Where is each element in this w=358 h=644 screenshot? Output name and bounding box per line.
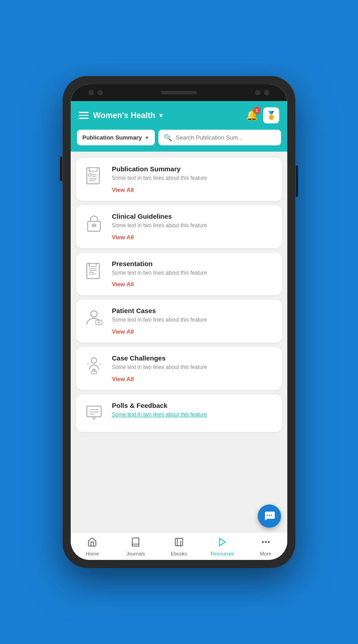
nav-item-home[interactable]: Home [71,533,114,560]
svg-marker-39 [219,538,225,546]
notification-bell-button[interactable]: 🔔 1 [246,110,258,121]
search-icon: 🔍 [164,134,172,142]
case-challenges-icon [82,354,106,377]
filter-dropdown-button[interactable]: Publication Summary ▼ [77,130,155,145]
clinical-guidelines-view-all[interactable]: View All [112,234,134,241]
nav-item-resources[interactable]: Resources [200,533,244,560]
phone-top-bar [71,84,287,101]
patient-cases-view-all[interactable]: View All [112,328,134,335]
avatar-icon: 🏅 [266,110,276,120]
feature-card-presentation: Presentation Some text in two lines abou… [76,253,282,296]
more-label: More [260,551,271,556]
polls-feedback-icon [82,402,106,425]
patient-cases-icon [82,307,106,330]
svg-point-42 [268,542,269,543]
presentation-title: Presentation [112,260,276,267]
polls-feedback-title: Polls & Feedback [112,402,276,409]
content-scroll: Publication Summary Some text in two lin… [71,152,287,532]
ebooks-label: Ebooks [171,551,188,556]
filter-dropdown-arrow: ▼ [145,135,149,140]
publication-summary-desc: Some text in two lines about this featur… [112,174,276,182]
nav-item-more[interactable]: More [244,533,287,560]
nav-item-journals[interactable]: Journals [114,533,158,560]
avatar-button[interactable]: 🏅 [263,107,279,123]
svg-rect-36 [175,538,183,546]
home-label: Home [86,551,99,556]
svg-point-19 [91,311,97,317]
svg-point-33 [267,515,268,516]
presentation-view-all[interactable]: View All [112,281,134,288]
svg-point-41 [265,542,266,543]
svg-point-7 [89,170,90,171]
filter-dropdown-label: Publication Summary [82,134,142,141]
nav-item-ebooks[interactable]: Ebooks [158,533,201,560]
patient-cases-desc: Some text in two lines about this featur… [112,316,276,324]
journals-label: Journals [126,551,145,556]
publication-summary-title: Publication Summary [112,165,276,173]
journals-icon [131,537,141,549]
feature-card-case-challenges: Case Challenges Some text in two lines a… [76,347,282,390]
notification-badge: 1 [253,107,260,114]
header-title: Women's Health [93,111,155,120]
bottom-nav: Home Journals [71,532,287,560]
feature-card-polls-feedback: Polls & Feedback Some text in two lines … [76,394,282,432]
patient-cases-title: Patient Cases [112,307,276,314]
home-icon [87,537,97,549]
svg-rect-29 [87,406,101,417]
search-bar-area: Publication Summary ▼ 🔍 [71,130,287,152]
search-input[interactable] [176,134,276,141]
svg-point-40 [262,542,264,543]
svg-point-14 [89,264,90,265]
clinical-guidelines-desc: Some text in two lines about this featur… [112,222,276,229]
svg-rect-1 [89,168,97,171]
feature-card-publication-summary: Publication Summary Some text in two lin… [76,158,282,201]
presentation-desc: Some text in two lines about this featur… [112,269,276,277]
svg-rect-26 [91,371,97,374]
resources-label: Resources [211,551,234,556]
feature-card-patient-cases: Patient Cases Some text in two lines abo… [76,300,282,343]
clinical-guidelines-icon [82,212,106,236]
presentation-icon [82,260,106,283]
publication-summary-view-all[interactable]: View All [112,186,134,193]
resources-icon [217,537,227,549]
svg-point-34 [269,515,270,516]
svg-point-35 [271,515,273,516]
search-input-container: 🔍 [158,130,281,145]
more-icon [261,537,271,549]
case-challenges-view-all[interactable]: View All [112,376,134,382]
clinical-guidelines-title: Clinical Guidelines [112,212,276,220]
chat-fab-button[interactable] [258,504,281,528]
svg-point-23 [91,358,97,363]
case-challenges-title: Case Challenges [112,354,276,362]
header-dropdown-arrow: ▼ [158,112,164,119]
polls-feedback-desc: Some text in two lines about this featur… [112,411,276,419]
feature-card-clinical-guidelines: Clinical Guidelines Some text in two lin… [76,205,282,248]
app-header: Women's Health ▼ 🔔 1 🏅 [71,101,287,130]
case-challenges-desc: Some text in two lines about this featur… [112,364,276,371]
header-title-area[interactable]: Women's Health ▼ [93,111,164,120]
publication-summary-icon [82,165,106,188]
hamburger-menu-button[interactable] [79,112,89,119]
ebooks-icon [174,537,184,549]
